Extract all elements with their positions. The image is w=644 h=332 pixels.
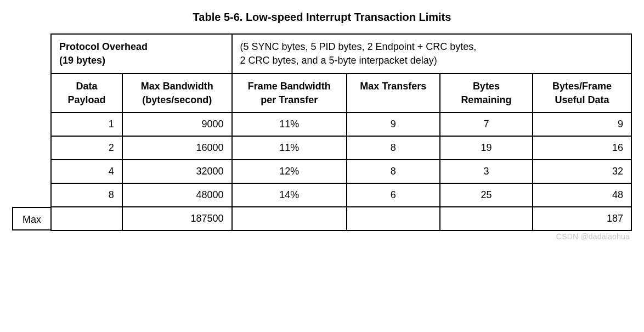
cell-bytes-rem: 19: [440, 136, 533, 160]
max-row-label: Max: [12, 207, 50, 230]
table-figure: Table 5-6. Low-speed Interrupt Transacti…: [12, 11, 632, 241]
cell-payload: [51, 207, 122, 230]
table-row: 2 16000 11% 8 19 16: [51, 136, 631, 160]
col-bytes-remaining: Bytes Remaining: [440, 74, 533, 112]
col-data-payload: Data Payload: [51, 74, 122, 112]
protocol-overhead-desc-1: (5 SYNC bytes, 5 PID bytes, 2 Endpoint +…: [240, 41, 477, 52]
cell-max-xfer: 8: [347, 160, 440, 183]
cell-bytes-rem: 3: [440, 160, 533, 183]
protocol-overhead-desc-2: 2 CRC bytes, and a 5-byte interpacket de…: [240, 55, 437, 66]
cell-max-bw: 48000: [122, 183, 232, 207]
table-row: 8 48000 14% 6 25 48: [51, 183, 631, 207]
cell-max-xfer: 6: [347, 183, 440, 207]
cell-payload: 1: [51, 112, 122, 136]
protocol-overhead-bytes: (19 bytes): [59, 55, 105, 66]
table-row: 1 9000 11% 9 7 9: [51, 112, 631, 136]
cell-bytes-rem: 25: [440, 183, 533, 207]
protocol-overhead-desc-cell: (5 SYNC bytes, 5 PID bytes, 2 Endpoint +…: [232, 34, 631, 74]
table-row: 4 32000 12% 8 3 32: [51, 160, 631, 183]
cell-useful: 48: [533, 183, 631, 207]
cell-payload: 4: [51, 160, 122, 183]
cell-max-xfer: 8: [347, 136, 440, 160]
col-max-transfers: Max Transfers: [347, 74, 440, 112]
cell-max-bw: 9000: [122, 112, 232, 136]
col-max-bandwidth: Max Bandwidth (bytes/second): [122, 74, 232, 112]
cell-useful: 9: [533, 112, 631, 136]
protocol-overhead-row: Protocol Overhead (19 bytes) (5 SYNC byt…: [51, 34, 631, 74]
column-header-row: Data Payload Max Bandwidth (bytes/second…: [51, 74, 631, 112]
protocol-overhead-label-cell: Protocol Overhead (19 bytes): [51, 34, 232, 74]
cell-max-bw: 32000: [122, 160, 232, 183]
cell-frame-bw: 11%: [232, 136, 347, 160]
cell-payload: 2: [51, 136, 122, 160]
cell-max-xfer: [347, 207, 440, 230]
max-row: 187500 187: [51, 207, 631, 230]
cell-useful: 32: [533, 160, 631, 183]
cell-frame-bw: 11%: [232, 112, 347, 136]
cell-frame-bw: [232, 207, 347, 230]
table-caption: Table 5-6. Low-speed Interrupt Transacti…: [12, 11, 632, 24]
cell-payload: 8: [51, 183, 122, 207]
watermark: CSDN @dadalaohua: [12, 232, 632, 241]
cell-bytes-rem: [440, 207, 533, 230]
col-bytes-frame-useful: Bytes/Frame Useful Data: [533, 74, 631, 112]
cell-useful: 16: [533, 136, 631, 160]
col-frame-bandwidth: Frame Bandwidth per Transfer: [232, 74, 347, 112]
cell-frame-bw: 12%: [232, 160, 347, 183]
cell-max-bw: 16000: [122, 136, 232, 160]
cell-bytes-rem: 7: [440, 112, 533, 136]
cell-useful: 187: [533, 207, 631, 230]
cell-max-bw: 187500: [122, 207, 232, 230]
cell-max-xfer: 9: [347, 112, 440, 136]
protocol-overhead-label: Protocol Overhead: [59, 41, 148, 52]
limits-table: Protocol Overhead (19 bytes) (5 SYNC byt…: [50, 33, 632, 231]
cell-frame-bw: 14%: [232, 183, 347, 207]
